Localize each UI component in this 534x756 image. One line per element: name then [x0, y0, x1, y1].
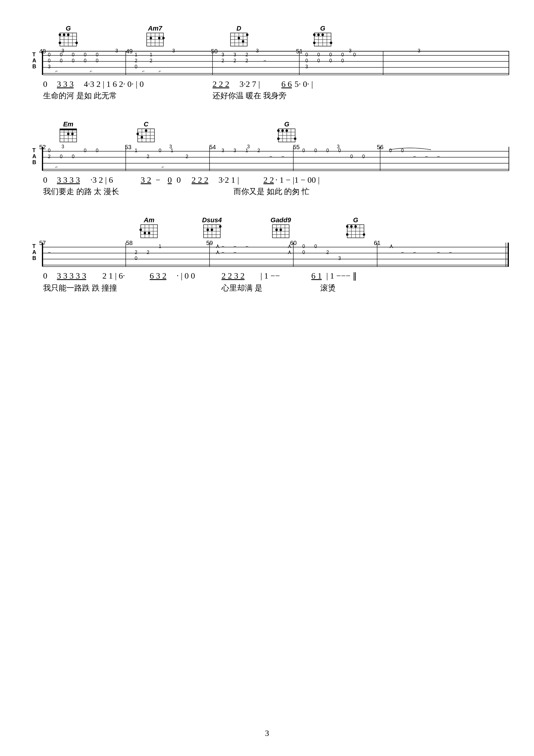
page: G Am7 D [0, 0, 534, 756]
svg-text:58: 58 [126, 240, 133, 246]
svg-rect-52 [42, 51, 43, 75]
svg-text:0: 0 [341, 52, 344, 57]
svg-text:⌐: ⌐ [162, 164, 164, 169]
svg-text:2 2 2: 2 2 2 [191, 175, 208, 184]
svg-text:3·2 7  |: 3·2 7 | [240, 79, 260, 89]
svg-text:3: 3 [62, 144, 64, 149]
svg-text:D: D [237, 25, 241, 32]
svg-text:1: 1 [135, 148, 138, 153]
svg-text:Dsus4: Dsus4 [202, 216, 222, 224]
svg-text:⌐: ⌐ [55, 164, 58, 169]
svg-text:0: 0 [48, 58, 51, 63]
svg-text:6 3 2: 6 3 2 [150, 271, 166, 280]
svg-text:−: − [401, 250, 404, 255]
svg-text:⋏: ⋏ [389, 243, 394, 249]
svg-text:−: − [48, 250, 51, 255]
svg-text:T: T [32, 148, 36, 153]
svg-text:3: 3 [172, 48, 175, 53]
svg-text:0: 0 [72, 58, 75, 63]
svg-point-33 [242, 40, 244, 42]
svg-text:2 1  |  6·: 2 1 | 6· [102, 271, 125, 280]
svg-point-21 [150, 37, 152, 39]
svg-text:⋏: ⋏ [216, 249, 220, 255]
svg-text:55: 55 [293, 144, 300, 150]
svg-text:B: B [32, 159, 36, 165]
svg-text:我只能一路跌  跌   撞撞: 我只能一路跌 跌 撞撞 [43, 284, 117, 292]
svg-text:1: 1 [150, 52, 152, 57]
svg-text:Am7: Am7 [148, 25, 163, 32]
svg-text:1: 1 [159, 244, 161, 249]
svg-text:−: − [269, 154, 272, 159]
svg-point-151 [286, 129, 288, 132]
svg-text:⋏: ⋏ [287, 243, 292, 249]
svg-text:5·  0·  |: 5· 0· | [294, 79, 313, 89]
svg-text:0: 0 [84, 58, 87, 63]
svg-text:|  1 −−: | 1 −− [260, 271, 280, 280]
svg-text:−: − [449, 250, 452, 255]
svg-rect-53 [42, 51, 509, 51]
svg-point-250 [275, 229, 278, 231]
svg-point-11 [75, 41, 78, 44]
svg-text:2: 2 [135, 250, 138, 255]
svg-point-44 [317, 34, 320, 36]
svg-text:0: 0 [60, 154, 63, 159]
svg-text:3: 3 [418, 48, 420, 53]
svg-text:−: − [413, 250, 416, 255]
svg-text:2: 2 [326, 250, 329, 255]
svg-text:心里却满  是: 心里却满 是 [221, 284, 263, 292]
svg-text:3: 3 [234, 148, 236, 153]
svg-text:−: − [245, 244, 248, 249]
svg-text:0: 0 [314, 148, 317, 153]
svg-text:3 3 3 3 3: 3 3 3 3 3 [57, 271, 86, 280]
svg-text:2 2: 2 2 [264, 175, 274, 184]
svg-text:−: − [221, 250, 224, 255]
svg-text:0: 0 [302, 250, 305, 255]
svg-point-129 [71, 133, 74, 135]
svg-text:⋏: ⋏ [287, 249, 292, 255]
svg-text:2: 2 [150, 58, 152, 63]
svg-text:0: 0 [341, 58, 344, 63]
svg-text:B: B [32, 64, 36, 69]
svg-text:0: 0 [329, 52, 332, 57]
svg-point-263 [363, 233, 365, 236]
svg-text:1: 1 [135, 52, 138, 57]
svg-text:C: C [144, 121, 149, 128]
svg-point-23 [162, 37, 165, 39]
svg-text:0: 0 [135, 64, 138, 69]
svg-text:6 6: 6 6 [281, 79, 292, 89]
svg-text:0: 0 [48, 52, 51, 57]
svg-text:3: 3 [221, 52, 224, 57]
svg-text:⌐: ⌐ [159, 68, 161, 73]
svg-point-229 [144, 232, 146, 234]
svg-point-22 [158, 37, 161, 39]
svg-text:·  1 −  |1 − 00  |: · 1 − |1 − 00 | [275, 175, 320, 184]
svg-text:0: 0 [96, 58, 98, 63]
svg-point-261 [350, 225, 353, 228]
svg-text:Am: Am [143, 216, 154, 224]
svg-text:−: − [156, 175, 161, 184]
svg-text:⌐: ⌐ [90, 68, 92, 73]
svg-text:3: 3 [305, 64, 308, 69]
svg-text:我们要走 的路   太  漫长: 我们要走 的路 太 漫长 [43, 187, 119, 196]
svg-text:−: − [221, 244, 224, 249]
svg-text:⌐: ⌐ [142, 68, 144, 73]
svg-text:还好你温  暖在   我身旁: 还好你温 暖在 我身旁 [213, 91, 287, 100]
svg-text:G: G [353, 216, 358, 224]
svg-point-32 [238, 37, 240, 39]
svg-text:0: 0 [353, 52, 356, 57]
svg-text:0: 0 [177, 175, 181, 184]
svg-point-251 [280, 229, 282, 231]
svg-point-149 [277, 129, 280, 132]
svg-point-34 [246, 34, 248, 36]
svg-text:2: 2 [48, 154, 51, 159]
svg-text:2: 2 [234, 58, 236, 63]
svg-text:0: 0 [362, 154, 365, 159]
svg-point-46 [330, 41, 332, 44]
svg-text:3: 3 [234, 52, 236, 57]
svg-text:3 2: 3 2 [141, 175, 151, 184]
svg-text:·  |  0 0: · | 0 0 [177, 271, 195, 280]
svg-text:2: 2 [147, 154, 149, 159]
svg-text:−: − [437, 250, 440, 255]
svg-text:3: 3 [115, 48, 118, 53]
svg-text:B: B [32, 255, 36, 261]
